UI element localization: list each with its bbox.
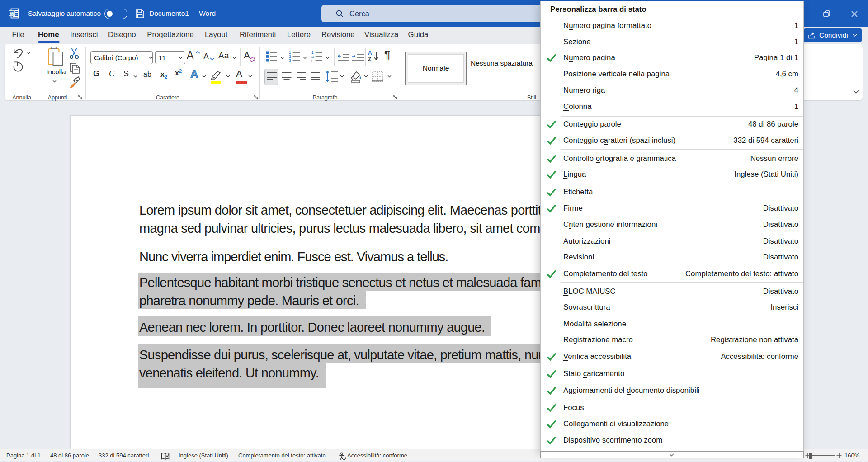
svg-text:i: i: [311, 58, 312, 62]
svg-text:A: A: [368, 50, 372, 56]
svg-text:3: 3: [289, 58, 291, 62]
svg-text:Z: Z: [368, 56, 371, 62]
svg-text:W: W: [10, 11, 14, 16]
